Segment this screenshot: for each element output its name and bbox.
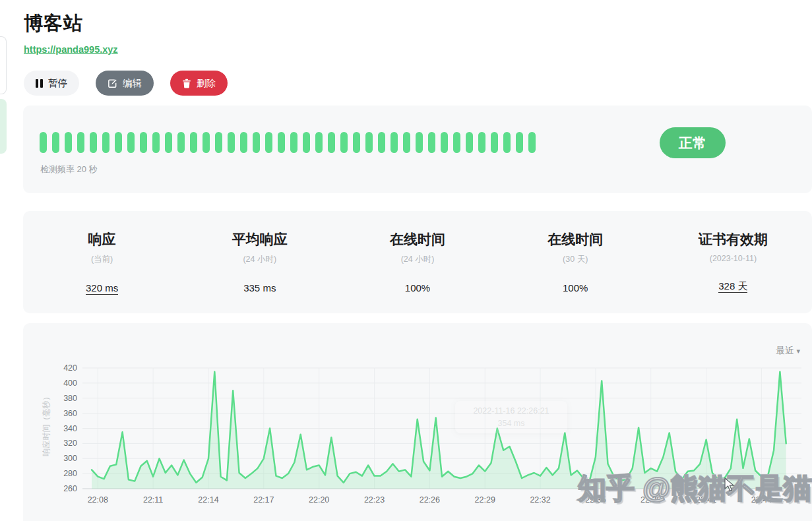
beat (278, 132, 285, 153)
svg-text:340: 340 (63, 424, 77, 433)
y-axis-label: 响应时间（毫秒） (41, 359, 52, 491)
stats-panel: 响应(当前)320 ms平均响应(24 小时)335 ms在线时间(24 小时)… (23, 211, 812, 313)
beat (290, 132, 297, 153)
edit-button[interactable]: 编辑 (96, 71, 154, 96)
beat (328, 132, 335, 153)
stat-title: 在线时间 (497, 230, 654, 249)
stat-title: 在线时间 (338, 230, 496, 249)
beat (378, 132, 385, 153)
beat (491, 132, 498, 153)
beat (90, 132, 97, 153)
beat (40, 132, 47, 153)
beat (152, 132, 160, 153)
beat (315, 132, 323, 153)
stat-title: 证书有效期 (654, 230, 812, 249)
delete-button[interactable]: 删除 (170, 71, 228, 96)
stat-value: 320 ms (23, 282, 181, 293)
svg-text:22:08: 22:08 (88, 495, 108, 505)
beat (165, 132, 172, 153)
stat-value: 100% (497, 282, 654, 293)
beat (478, 132, 485, 153)
mouse-cursor (724, 477, 735, 495)
stat-title: 平均响应 (181, 230, 338, 249)
sidebar-peek-card (0, 36, 7, 94)
beat (253, 132, 260, 153)
stat-column: 响应(当前)320 ms (23, 230, 181, 293)
beat (203, 132, 210, 153)
sidebar-peek-active-item (0, 99, 7, 154)
status-panel: 正常 检测频率 20 秒 (23, 106, 812, 193)
pause-icon (36, 79, 43, 88)
beat (127, 132, 135, 153)
stat-subtitle: (30 天) (497, 254, 654, 265)
page-title: 博客站 (24, 11, 83, 37)
beat (365, 132, 373, 153)
svg-text:260: 260 (63, 484, 77, 493)
beat (453, 132, 460, 153)
svg-text:22:23: 22:23 (364, 495, 385, 505)
stat-value: 328 天 (654, 280, 812, 293)
beat (353, 132, 360, 153)
stat-subtitle: (当前) (23, 254, 181, 265)
pause-button[interactable]: 暂停 (24, 71, 79, 96)
svg-text:22:26: 22:26 (420, 495, 440, 505)
svg-text:420: 420 (63, 363, 77, 373)
svg-text:22:11: 22:11 (143, 495, 163, 505)
svg-text:320: 320 (63, 439, 77, 448)
edit-icon (108, 78, 117, 88)
svg-text:22:17: 22:17 (253, 495, 274, 505)
stat-title: 响应 (23, 230, 181, 249)
beat (77, 132, 84, 153)
beat (503, 132, 511, 153)
svg-text:22:14: 22:14 (198, 495, 218, 505)
svg-text:380: 380 (63, 394, 77, 403)
stats-row: 响应(当前)320 ms平均响应(24 小时)335 ms在线时间(24 小时)… (23, 211, 812, 293)
stat-subtitle: (24 小时) (181, 254, 338, 265)
beat (528, 132, 536, 153)
stat-value: 100% (338, 282, 496, 293)
beat (215, 132, 222, 153)
heartbeat-bar (40, 132, 536, 153)
svg-text:280: 280 (63, 469, 77, 478)
svg-text:400: 400 (63, 379, 77, 388)
svg-text:22:32: 22:32 (530, 495, 550, 505)
beat (516, 132, 523, 153)
beat (466, 132, 473, 153)
beat (240, 132, 247, 153)
beat (416, 132, 423, 153)
svg-text:360: 360 (63, 409, 77, 418)
zhihu-watermark: 知乎 @熊猫不是猫 (578, 470, 812, 508)
stat-subtitle: (2023-10-11) (654, 254, 812, 263)
monitor-detail-page: 博客站 https://panda995.xyz 暂停 编辑 (0, 0, 812, 521)
beat (140, 132, 147, 153)
stat-column: 平均响应(24 小时)335 ms (181, 230, 338, 293)
beat (65, 132, 72, 153)
beat (265, 132, 272, 153)
beat (190, 132, 197, 153)
check-frequency-label: 检测频率 20 秒 (40, 164, 98, 175)
beat (340, 132, 348, 153)
beat (228, 132, 235, 153)
stat-value: 335 ms (181, 282, 338, 293)
svg-text:300: 300 (63, 454, 77, 463)
stat-column: 在线时间(24 小时)100% (338, 230, 496, 293)
svg-text:22:20: 22:20 (309, 495, 329, 505)
beat (428, 132, 435, 153)
monitor-url-link[interactable]: https://panda995.xyz (24, 44, 118, 55)
beat (177, 132, 185, 153)
beat (441, 132, 448, 153)
beat (102, 132, 109, 153)
toolbar: 暂停 编辑 删除 (24, 71, 228, 96)
chart-tooltip: 2022-11-16 22:26:21 354 ms (455, 401, 567, 433)
beat (303, 132, 310, 153)
stat-subtitle: (24 小时) (338, 254, 496, 265)
status-badge: 正常 (660, 127, 726, 158)
beat (52, 132, 59, 153)
svg-text:22:29: 22:29 (475, 495, 495, 505)
trash-icon (182, 78, 191, 88)
beat (403, 132, 410, 153)
chevron-down-icon: ▾ (796, 347, 800, 355)
beat (115, 132, 122, 153)
chart-period-dropdown[interactable]: 最近▾ (776, 345, 800, 357)
beat (390, 132, 398, 153)
